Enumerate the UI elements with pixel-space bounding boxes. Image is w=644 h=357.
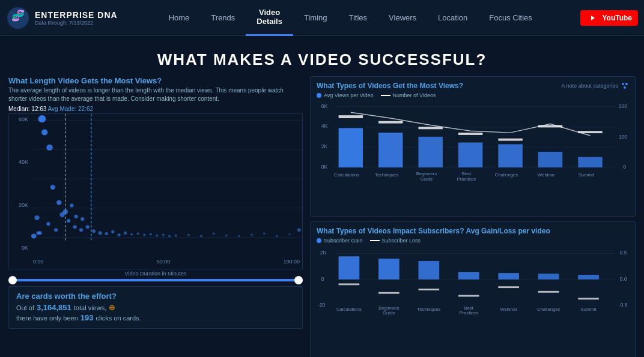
svg-point-25 — [92, 229, 96, 233]
youtube-button[interactable]: YouTube — [580, 10, 638, 26]
nav-location[interactable]: Location — [427, 0, 478, 36]
svg-point-38 — [175, 234, 177, 236]
svg-text:Summit: Summit — [579, 172, 595, 178]
nav-viewers[interactable]: Viewers — [378, 0, 427, 36]
svg-rect-113 — [538, 290, 559, 292]
svg-text:0K: 0K — [321, 164, 328, 170]
nav-timing[interactable]: Timing — [293, 0, 338, 36]
svg-point-52 — [70, 204, 73, 208]
x-label-0: 0:00 — [33, 259, 44, 265]
svg-text:-20: -20 — [318, 301, 326, 307]
svg-point-12 — [41, 129, 48, 135]
scatter-x-axis: 0:00 50:00 100:00 — [31, 254, 302, 269]
sub-bar-svg: 20 0 -20 0.5 0.0 -0.5 — [317, 246, 629, 318]
svg-point-50 — [36, 231, 40, 235]
legend-loss-label: Subscriber Loss — [382, 238, 421, 244]
navigation: 🧬 ENTERPRISE DNA Data through: 7/13/2022… — [0, 0, 644, 36]
svg-point-22 — [73, 225, 76, 229]
svg-text:Practices: Practices — [457, 176, 476, 182]
svg-point-27 — [105, 232, 108, 235]
x-axis-title: Video Duration in Minutes — [8, 271, 303, 277]
svg-text:Webinar: Webinar — [500, 306, 517, 311]
svg-text:🧬: 🧬 — [11, 9, 25, 22]
svg-point-15 — [50, 185, 55, 190]
slider-thumb-left[interactable] — [8, 276, 17, 284]
svg-rect-111 — [458, 295, 479, 296]
svg-text:Calculations: Calculations — [336, 306, 362, 311]
svg-text:Guide: Guide — [383, 310, 395, 316]
y-label-60k: 60K — [19, 116, 28, 122]
svg-point-26 — [98, 231, 102, 235]
logo-area: 🧬 ENTERPRISE DNA Data through: 7/13/2022 — [6, 6, 120, 30]
legend-gain-dot — [317, 238, 321, 243]
cards-circle-icon: ⊕ — [109, 303, 115, 312]
svg-rect-70 — [339, 115, 363, 118]
views-bar-svg: 6K 4K 2K 0K 200 100 0 — [317, 101, 629, 185]
nav-focus-cities[interactable]: Focus Cities — [478, 0, 543, 36]
youtube-icon — [586, 14, 598, 22]
svg-text:Beginners: Beginners — [416, 171, 437, 176]
legend-num-videos: Number of Videos — [381, 92, 436, 98]
left-panel: What Length Video Gets the Most Views? T… — [8, 76, 303, 357]
svg-point-47 — [288, 233, 291, 235]
cards-views-suffix: total views, — [74, 304, 106, 311]
svg-point-57 — [624, 86, 626, 89]
cards-row-1: Out of 3,164,851 total views, ⊕ — [16, 303, 295, 312]
slider-track — [8, 279, 303, 281]
svg-text:Techniques: Techniques — [417, 306, 440, 311]
avg-value: Avg Made: 22:62 — [48, 106, 93, 112]
legend-gain-label: Subscriber Gain — [324, 238, 363, 244]
svg-point-13 — [46, 145, 53, 151]
svg-point-44 — [251, 233, 253, 236]
scatter-svg — [31, 114, 302, 254]
sub-legend: Subscriber Gain Subscriber Loss — [317, 238, 629, 244]
svg-text:2K: 2K — [321, 143, 328, 149]
svg-rect-104 — [458, 272, 479, 279]
svg-text:Challenges: Challenges — [495, 172, 518, 178]
chart-note: A note about categories — [561, 83, 618, 89]
svg-point-16 — [56, 200, 61, 205]
nav-titles[interactable]: Titles — [338, 0, 378, 36]
svg-point-34 — [150, 233, 152, 235]
svg-rect-102 — [378, 259, 399, 280]
svg-text:Best: Best — [464, 305, 474, 310]
y-label-0k: 0K — [22, 245, 28, 251]
svg-point-45 — [263, 232, 266, 235]
svg-text:0: 0 — [623, 164, 626, 170]
nav-video-details[interactable]: VideoDetails — [246, 0, 293, 36]
views-bar-chart: 6K 4K 2K 0K 200 100 0 — [317, 101, 629, 185]
svg-point-18 — [46, 222, 50, 226]
chart-area — [31, 114, 302, 254]
cards-views-count: 3,164,851 — [37, 303, 71, 312]
cards-section: Are cards worth the effort? Out of 3,164… — [8, 286, 303, 329]
svg-point-42 — [225, 234, 228, 236]
views-legend: Avg Views per Video Number of Videos — [317, 92, 629, 98]
svg-point-37 — [168, 235, 171, 237]
svg-rect-107 — [578, 275, 599, 280]
svg-rect-73 — [418, 137, 442, 167]
svg-point-51 — [63, 209, 68, 214]
duration-slider[interactable] — [8, 277, 303, 281]
median-annotation: Median: 12:63 Avg Made: 22:62 — [8, 106, 303, 112]
filter-icon[interactable] — [621, 82, 629, 90]
nav-trends[interactable]: Trends — [200, 0, 246, 36]
views-chart-header: What Types of Videos Get the Most Views?… — [317, 82, 629, 90]
scatter-chart: 60K 40K 20K 0K — [8, 113, 303, 269]
svg-rect-75 — [458, 143, 482, 168]
svg-rect-106 — [538, 274, 559, 280]
svg-point-23 — [79, 228, 83, 232]
svg-text:200: 200 — [619, 103, 628, 109]
svg-text:Challenges: Challenges — [537, 306, 560, 311]
svg-point-56 — [625, 83, 628, 85]
svg-rect-112 — [498, 286, 519, 288]
svg-rect-77 — [498, 144, 522, 167]
svg-point-33 — [143, 233, 145, 236]
nav-home[interactable]: Home — [158, 0, 201, 36]
page-title: WHAT MAKES A VIDEO SUCCESSFUL? — [0, 42, 644, 73]
svg-point-31 — [130, 233, 133, 235]
y-label-40k: 40K — [19, 159, 28, 165]
slider-thumb-right[interactable] — [294, 276, 303, 284]
svg-text:Webinar: Webinar — [538, 172, 555, 178]
x-label-50: 50:00 — [157, 259, 171, 265]
youtube-label: YouTube — [602, 14, 632, 22]
